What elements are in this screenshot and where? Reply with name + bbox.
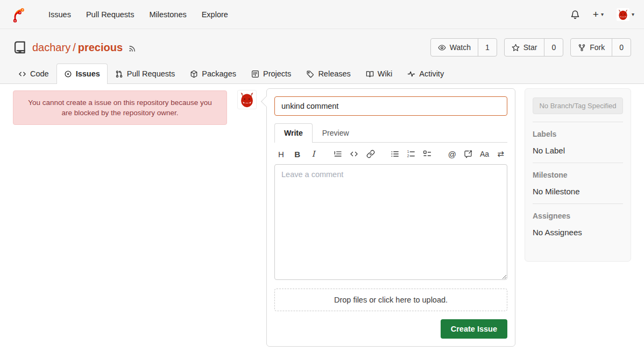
italic-button[interactable]: I — [309, 149, 318, 159]
plus-icon: + — [593, 9, 599, 19]
project-board-icon — [251, 70, 259, 78]
sidebar-divider — [533, 163, 623, 163]
comment-textarea[interactable] — [274, 164, 507, 280]
tab-code-label: Code — [30, 69, 49, 78]
assignees-value: No Assignees — [533, 228, 623, 237]
link-button[interactable] — [366, 149, 375, 159]
tab-pull-requests-label: Pull Requests — [127, 69, 175, 78]
svg-text:2: 2 — [407, 154, 409, 158]
tab-wiki[interactable]: Wiki — [358, 64, 400, 83]
assignees-section-title[interactable]: Assignees — [533, 212, 623, 220]
code-icon — [18, 70, 26, 78]
bold-button[interactable]: B — [293, 149, 302, 159]
blocked-error-banner: You cannot create a issue on this reposi… — [13, 90, 227, 125]
fork-count-value: 0 — [619, 43, 624, 52]
mention-button[interactable]: @ — [448, 149, 457, 159]
issue-sidebar: No Branch/Tag Specified Labels No Label … — [525, 88, 631, 262]
sidebar-divider — [533, 203, 623, 204]
create-issue-button[interactable]: Create Issue — [441, 319, 507, 339]
fork-button[interactable]: Fork — [571, 39, 612, 56]
new-issue-form: Write Preview H B I — [266, 88, 515, 347]
fork-count[interactable]: 0 — [612, 39, 631, 56]
navbar-right: + ▾ ▾ — [570, 8, 634, 21]
watch-count-value: 1 — [485, 43, 490, 52]
tab-packages-label: Packages — [202, 69, 236, 78]
nav-milestones[interactable]: Milestones — [141, 10, 194, 19]
tab-projects-label: Projects — [263, 69, 291, 78]
issue-title-input[interactable] — [274, 96, 507, 116]
create-menu-button[interactable]: + ▾ — [593, 9, 604, 19]
font-size-button[interactable]: Aa — [480, 149, 489, 159]
dropzone-label: Drop files or click here to upload. — [334, 296, 448, 304]
watch-count[interactable]: 1 — [478, 39, 497, 56]
star-button[interactable]: Star — [505, 39, 544, 56]
heading-button[interactable]: H — [277, 149, 286, 159]
watch-button[interactable]: Watch — [431, 39, 478, 56]
tab-projects[interactable]: Projects — [244, 64, 299, 83]
repo-title: dachary/precious — [32, 41, 123, 54]
unordered-list-button[interactable] — [391, 149, 400, 159]
repo-name-link[interactable]: precious — [78, 41, 123, 53]
unordered-list-icon — [391, 150, 399, 158]
link-icon — [366, 150, 375, 158]
star-button-group: Star 0 — [504, 38, 563, 57]
forgejo-logo-icon[interactable] — [10, 6, 27, 23]
svg-text:1: 1 — [407, 150, 409, 153]
git-pull-request-icon — [115, 70, 123, 78]
tab-preview[interactable]: Preview — [313, 123, 359, 142]
main-content: You cannot create a issue on this reposi… — [0, 84, 644, 356]
ordered-list-button[interactable]: 1 2 — [407, 149, 416, 159]
comment-editor: Write Preview H B I — [274, 123, 507, 280]
tab-wiki-label: Wiki — [378, 69, 392, 78]
tab-releases[interactable]: Releases — [299, 64, 358, 83]
tab-code[interactable]: Code — [11, 64, 56, 83]
quote-button[interactable] — [334, 149, 343, 159]
nav-issues[interactable]: Issues — [41, 10, 79, 19]
fork-icon — [578, 44, 586, 52]
branch-tag-button[interactable]: No Branch/Tag Specified — [533, 97, 623, 114]
reference-icon — [464, 150, 472, 158]
task-list-button[interactable] — [423, 149, 432, 159]
editor-toolbar: H B I — [274, 143, 507, 164]
file-dropzone[interactable]: Drop files or click here to upload. — [274, 289, 507, 311]
tag-icon — [306, 70, 314, 78]
reference-button[interactable] — [464, 149, 473, 159]
star-count-value: 0 — [551, 43, 556, 52]
tab-write[interactable]: Write — [274, 123, 313, 143]
watch-label: Watch — [450, 43, 471, 52]
repo-title-separator: / — [73, 41, 76, 53]
rss-icon[interactable] — [128, 43, 137, 52]
editor-tabs: Write Preview — [274, 123, 507, 143]
header-zone: Issues Pull Requests Milestones Explore … — [0, 0, 644, 84]
chevron-down-icon: ▾ — [632, 11, 634, 17]
tab-pull-requests[interactable]: Pull Requests — [108, 64, 182, 83]
star-icon — [512, 44, 520, 52]
labels-section-title[interactable]: Labels — [533, 130, 623, 138]
tab-activity[interactable]: Activity — [400, 64, 451, 83]
fork-button-group: Fork 0 — [570, 38, 631, 57]
repo-book-icon — [13, 40, 27, 54]
ordered-list-icon: 1 2 — [407, 150, 415, 158]
user-avatar — [617, 8, 629, 21]
repo-tabbar: Code Issues Pull Requests Packages — [0, 64, 644, 84]
star-count[interactable]: 0 — [544, 39, 563, 56]
code-button[interactable] — [350, 149, 359, 159]
user-menu-button[interactable]: ▾ — [617, 8, 634, 21]
current-user-avatar — [238, 90, 256, 109]
nav-pull-requests[interactable]: Pull Requests — [79, 10, 141, 19]
task-list-icon — [423, 150, 431, 158]
switch-editor-button[interactable]: ⇄ — [496, 149, 505, 159]
tab-packages[interactable]: Packages — [182, 64, 244, 83]
tab-issues[interactable]: Issues — [56, 64, 108, 84]
notifications-button[interactable] — [570, 10, 580, 19]
code-icon — [350, 150, 358, 158]
labels-value: No Label — [533, 146, 623, 155]
star-label: Star — [523, 43, 537, 52]
nav-explore[interactable]: Explore — [194, 10, 236, 19]
milestone-section-title[interactable]: Milestone — [533, 171, 623, 179]
repo-owner-link[interactable]: dachary — [32, 41, 70, 53]
chevron-down-icon: ▾ — [601, 11, 604, 17]
repo-header: dachary/precious Watch 1 — [0, 29, 644, 64]
top-navbar: Issues Pull Requests Milestones Explore … — [0, 0, 644, 29]
tab-releases-label: Releases — [318, 69, 350, 78]
